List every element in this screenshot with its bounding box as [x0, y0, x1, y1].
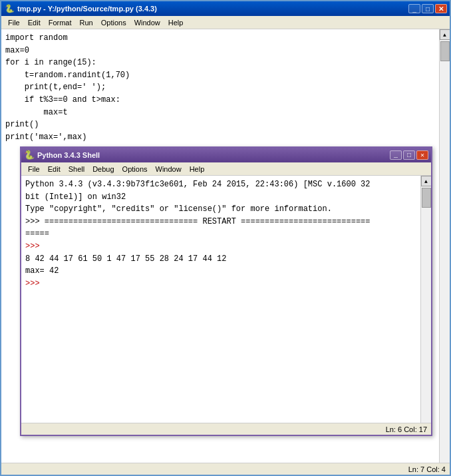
outer-close-button[interactable]: ✕ [435, 4, 447, 13]
inner-close-button[interactable]: ✕ [416, 150, 428, 160]
inner-window-icon: 🐍 [24, 150, 35, 160]
shell-output[interactable]: Python 3.4.3 (v3.4.3:9b73f1c3e601, Feb 2… [21, 176, 420, 423]
outer-menu-help[interactable]: Help [164, 17, 188, 28]
inner-scrollbar[interactable]: ▲ [420, 176, 431, 423]
outer-status-text: Ln: 7 Col: 4 [408, 465, 446, 473]
outer-menu-window[interactable]: Window [130, 17, 164, 28]
shell-line-1: Python 3.4.3 (v3.4.3:9b73f1c3e601, Feb 2… [25, 178, 416, 191]
inner-window-title: Python 3.4.3 Shell [37, 151, 388, 159]
shell-prompt[interactable]: >>> [25, 278, 416, 290]
code-line-2: max=0 [5, 45, 435, 57]
outer-scrollbar[interactable]: ▲ [439, 29, 450, 463]
outer-menu-edit[interactable]: Edit [24, 17, 45, 28]
inner-menu-window[interactable]: Window [152, 164, 186, 174]
inner-scroll-up-arrow[interactable]: ▲ [421, 176, 432, 186]
inner-menu-bar: File Edit Shell Debug Options Window Hel… [21, 162, 431, 176]
code-line-5: print(t,end=' '); [5, 81, 435, 94]
code-line-1: import random [5, 32, 435, 45]
code-line-9: print('max=',max) [5, 131, 435, 144]
outer-minimize-button[interactable]: _ [408, 4, 420, 13]
code-line-4: t=random.randint(1,70) [5, 69, 435, 82]
shell-line-6: >>> [25, 240, 416, 253]
inner-status-bar: Ln: 6 Col: 17 [21, 423, 431, 435]
shell-line-2: bit (Intel)] on win32 [25, 191, 416, 204]
shell-line-8: max= 42 [25, 265, 416, 278]
inner-menu-options[interactable]: Options [118, 164, 152, 174]
inner-minimize-button[interactable]: _ [390, 150, 402, 160]
code-line-3: for i in range(15): [5, 57, 435, 69]
inner-scroll-thumb[interactable] [422, 188, 431, 208]
shell-line-3: Type "copyright", "credits" or "license(… [25, 203, 416, 216]
outer-status-bar: Ln: 7 Col: 4 [1, 463, 450, 475]
inner-title-bar: 🐍 Python 3.4.3 Shell _ □ ✕ [21, 148, 431, 162]
outer-title-bar: 🐍 tmp.py - Y:/python/Source/tmp.py (3.4.… [1, 1, 450, 16]
inner-menu-shell[interactable]: Shell [65, 164, 88, 174]
inner-menu-help[interactable]: Help [186, 164, 209, 174]
shell-line-4: >>> ================================ RES… [25, 216, 416, 228]
inner-menu-debug[interactable]: Debug [88, 164, 118, 174]
inner-maximize-button[interactable]: □ [403, 150, 415, 160]
code-line-8: print() [5, 119, 435, 131]
scroll-thumb[interactable] [440, 41, 450, 61]
scroll-up-arrow[interactable]: ▲ [440, 29, 450, 40]
outer-titlebar-buttons: _ □ ✕ [408, 4, 447, 13]
outer-menu-bar: File Edit Format Run Options Window Help [1, 16, 450, 29]
outer-window-icon: 🐍 [4, 3, 15, 14]
outer-menu-file[interactable]: File [4, 17, 24, 28]
inner-titlebar-buttons: _ □ ✕ [388, 150, 428, 160]
code-line-6: if t%3==0 and t>max: [5, 94, 435, 107]
inner-status-text: Ln: 6 Col: 17 [386, 425, 427, 433]
shell-content-wrapper: Python 3.4.3 (v3.4.3:9b73f1c3e601, Feb 2… [21, 176, 431, 423]
shell-line-5: ===== [25, 228, 416, 240]
inner-menu-file[interactable]: File [24, 164, 44, 174]
inner-window: 🐍 Python 3.4.3 Shell _ □ ✕ File Edit She… [20, 146, 432, 436]
outer-menu-format[interactable]: Format [45, 17, 76, 28]
outer-window-title: tmp.py - Y:/python/Source/tmp.py (3.4.3) [17, 5, 408, 13]
outer-container: 🐍 tmp.py - Y:/python/Source/tmp.py (3.4.… [0, 0, 451, 476]
code-line-7: max=t [5, 107, 435, 119]
inner-menu-edit[interactable]: Edit [44, 164, 65, 174]
shell-line-7: 8 42 44 17 61 50 1 47 17 55 28 24 17 44 … [25, 253, 416, 266]
outer-menu-run[interactable]: Run [76, 17, 97, 28]
outer-maximize-button[interactable]: □ [422, 4, 434, 13]
outer-menu-options[interactable]: Options [97, 17, 130, 28]
